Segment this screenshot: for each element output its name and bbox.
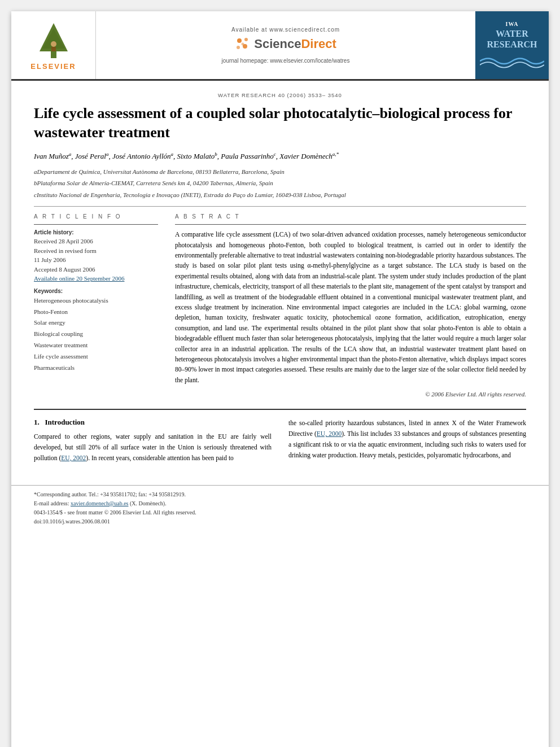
waves-icon (480, 53, 544, 69)
sciencedirect-label: ScienceDirect (254, 37, 336, 51)
received-date: Received 28 April 2006 (34, 237, 158, 246)
footer-email-link[interactable]: xavier.domenech@uab.es (71, 500, 129, 506)
article-info-abstract-cols: A R T I C L E I N F O Article history: R… (34, 213, 526, 397)
iwa-label: IWA (505, 21, 518, 27)
divider-1 (34, 206, 526, 207)
svg-rect-4 (51, 47, 56, 51)
water-research-journal-box: IWA WATER RESEARCH (475, 11, 549, 79)
article-info-divider (34, 224, 158, 225)
keyword-5: Wastewater treatment (34, 340, 158, 351)
section-1-number: 1. (34, 418, 40, 426)
abstract-column: A B S T R A C T A comparative life cycle… (175, 213, 526, 397)
article-history-label: Article history: (34, 229, 158, 235)
svg-point-5 (237, 38, 242, 43)
keyword-3: Solar energy (34, 317, 158, 329)
footer-copyright-line: 0043-1354/$ - see front matter © 2006 El… (34, 508, 526, 517)
intro-left-column: 1. Introduction Compared to other region… (34, 418, 272, 464)
center-header: Available at www.sciencedirect.com Scien… (96, 11, 475, 79)
footer-corresponding: *Corresponding author. Tel.: +34 9358117… (34, 490, 526, 499)
eu-2000-ref[interactable]: EU, 2000 (317, 430, 342, 437)
article-history-group: Article history: Received 28 April 2006 … (34, 229, 158, 283)
svg-rect-0 (51, 51, 56, 58)
keyword-6: Life cycle assessment (34, 351, 158, 362)
footer-email-line: E-mail address: xavier.domenech@uab.es (… (34, 499, 526, 508)
available-at-text: Available at www.sciencedirect.com (231, 27, 340, 33)
revised-date: 11 July 2006 (34, 255, 158, 265)
keyword-4: Biological coupling (34, 329, 158, 340)
keywords-list: Heterogeneous photocatalysis Photo-Fento… (34, 295, 158, 374)
keyword-2: Photo-Fenton (34, 307, 158, 318)
sciencedirect-icon (235, 36, 251, 52)
section-1-title: Introduction (45, 418, 85, 426)
keyword-7: Pharmaceuticals (34, 362, 158, 374)
footer-doi-line: doi:10.1016/j.watres.2006.08.001 (34, 517, 526, 526)
abstract-text: A comparative life cycle assessment (LCA… (175, 229, 526, 385)
svg-point-7 (237, 46, 240, 49)
affiliation-c: cInstituto Nacional de Engenharia, Tecno… (34, 190, 526, 200)
eu-2002-ref[interactable]: EU, 2002 (61, 455, 86, 461)
elsevier-tree-icon (31, 20, 76, 60)
keywords-label: Keywords: (34, 288, 158, 294)
received-revised-label: Received in revised form (34, 246, 158, 256)
article-info-label: A R T I C L E I N F O (34, 213, 158, 220)
journal-homepage-text: journal homepage: www.elsevier.com/locat… (222, 58, 350, 64)
intro-left-text: Compared to other regions, water supply … (34, 431, 272, 464)
keyword-1: Heterogeneous photocatalysis (34, 295, 158, 307)
abstract-label: A B S T R A C T (175, 213, 526, 220)
abstract-divider (175, 224, 526, 225)
affiliation-a: aDepartament de Química, Universitat Aut… (34, 167, 526, 177)
elsevier-logo-box: ELSEVIER (11, 11, 96, 79)
svg-point-3 (51, 41, 56, 47)
copyright-line: © 2006 Elsevier Ltd. All rights reserved… (175, 391, 526, 397)
svg-point-6 (244, 38, 248, 41)
sciencedirect-logo: ScienceDirect (235, 36, 336, 52)
intro-right-column: the so-called priority hazardous substan… (288, 418, 526, 464)
intro-columns: 1. Introduction Compared to other region… (34, 418, 526, 464)
journal-reference: WATER RESEARCH 40 (2006) 3533– 3540 (34, 92, 526, 98)
main-content: WATER RESEARCH 40 (2006) 3533– 3540 Life… (11, 81, 549, 475)
page-footer: *Corresponding author. Tel.: +34 9358117… (11, 485, 549, 526)
elsevier-brand-label: ELSEVIER (30, 62, 76, 71)
page: ELSEVIER Available at www.sciencedirect.… (11, 11, 549, 747)
affiliation-b: bPlataforma Solar de Almería-CIEMAT, Car… (34, 178, 526, 188)
introduction-section: 1. Introduction Compared to other region… (34, 409, 526, 464)
keywords-group: Keywords: Heterogeneous photocatalysis P… (34, 288, 158, 374)
intro-right-text: the so-called priority hazardous substan… (288, 418, 526, 461)
authors-line: Ivan Muñoza, José Perala, José Antonio A… (34, 150, 526, 163)
svg-point-9 (242, 43, 244, 46)
available-online: Available online 20 September 2006 (34, 274, 158, 283)
section-1-heading: 1. Introduction (34, 418, 272, 427)
article-info-column: A R T I C L E I N F O Article history: R… (34, 213, 158, 397)
wr-title-label: WATER RESEARCH (480, 28, 544, 50)
article-title: Life cycle assessment of a coupled solar… (34, 104, 526, 142)
accepted-date: Accepted 8 August 2006 (34, 265, 158, 274)
page-header: ELSEVIER Available at www.sciencedirect.… (11, 11, 549, 81)
